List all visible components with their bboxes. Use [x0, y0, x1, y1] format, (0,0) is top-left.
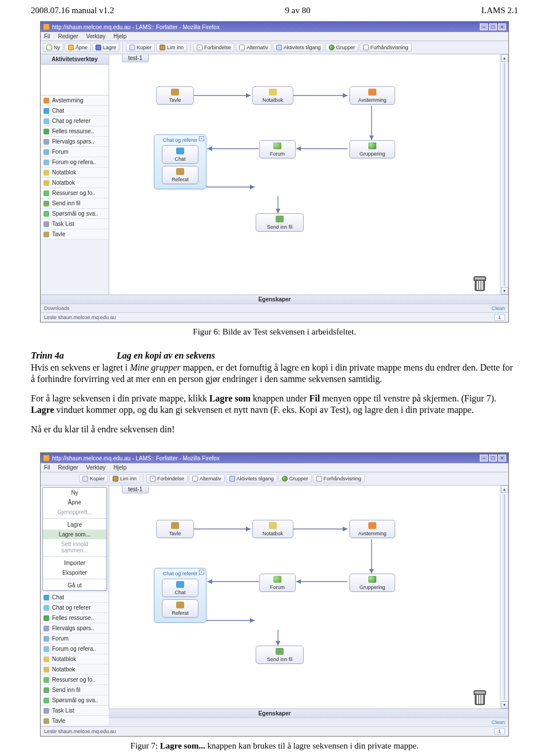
scroll-thumb[interactable]: [504, 63, 505, 286]
sidebar-item-felles[interactable]: Felles ressurse..: [41, 126, 109, 137]
tb-alternativ-button[interactable]: Alternativ: [236, 43, 272, 52]
sidebar-item-tavle[interactable]: Tavle: [41, 229, 109, 240]
node-chat-referer[interactable]: + Chat og referer Chat Referat: [154, 568, 206, 623]
tb-kopier-button[interactable]: Kopier: [126, 43, 155, 52]
sidebar-item-forum[interactable]: Forum: [41, 634, 109, 644]
sequence-tab[interactable]: test-1: [122, 54, 149, 62]
menu-item-lagre[interactable]: Lagre: [43, 520, 106, 530]
node-gruppering[interactable]: Gruppering: [349, 574, 395, 592]
sidebar-item-chatref[interactable]: Chat og referer: [41, 116, 109, 126]
tb-apne-button[interactable]: Åpne: [65, 43, 91, 52]
sidebar-item-sendfil[interactable]: Send inn fil: [41, 198, 109, 209]
tb-tilgang-button[interactable]: Aktivitets tilgang: [273, 43, 324, 52]
node-chat[interactable]: Chat: [162, 145, 198, 164]
menu-item-importer[interactable]: Importer: [43, 558, 106, 568]
sidebar-item-forum[interactable]: Forum: [41, 147, 109, 157]
vertical-scrollbar[interactable]: ▴ ▾: [500, 486, 508, 709]
sidebar-item-felles[interactable]: Felles ressurse..: [41, 613, 109, 623]
expand-icon[interactable]: +: [199, 136, 204, 141]
trash-icon[interactable]: [474, 690, 486, 705]
sidebar-item-tavle[interactable]: Tavle: [41, 716, 109, 726]
menu-item-gaut[interactable]: Gå ut: [43, 580, 106, 590]
scroll-down-icon[interactable]: ▾: [501, 701, 508, 709]
node-tavle[interactable]: Tavle: [156, 520, 194, 538]
tb-tilgang-button[interactable]: Aktivitets tilgang: [226, 474, 277, 483]
tb-grupper-button[interactable]: Grupper: [279, 474, 312, 483]
menu-item-sett[interactable]: Sett innold sammen...: [43, 539, 106, 555]
node-chat-referer[interactable]: + Chat og referer Chat Referat: [154, 134, 206, 189]
sidebar-item-chat[interactable]: Chat: [41, 106, 109, 116]
tb-lim-button[interactable]: Lim inn: [109, 474, 140, 483]
menu-item-lagre-som[interactable]: Lagre som...: [43, 530, 106, 539]
tb-forbindelse-button[interactable]: Forbindelse: [146, 474, 188, 483]
menu-rediger[interactable]: Rediger: [58, 33, 78, 39]
maximize-button[interactable]: □: [489, 23, 497, 30]
close-button[interactable]: ×: [498, 455, 506, 461]
close-button[interactable]: ×: [498, 23, 506, 30]
node-sendfil[interactable]: Send inn fil: [256, 646, 304, 664]
tb-forbindelse-button[interactable]: Forbindelse: [193, 43, 234, 52]
sidebar-item-chatref[interactable]: Chat og referer: [41, 603, 109, 613]
node-forum[interactable]: Forum: [259, 574, 296, 592]
sidebar-item-flervalg[interactable]: Flervalgs spørs..: [41, 137, 109, 147]
sidebar-item-forumref[interactable]: Forum og refera..: [41, 644, 109, 654]
properties-bar[interactable]: Egenskaper: [41, 295, 508, 304]
sidebar-item-flervalg[interactable]: Flervalgs spørs..: [41, 623, 109, 634]
menu-item-gjenopprett[interactable]: Gjenopprett...: [43, 507, 106, 517]
tb-lim-button[interactable]: Lim inn: [156, 43, 187, 52]
node-referat[interactable]: Referat: [162, 599, 198, 618]
tb-grupper-button[interactable]: Grupper: [325, 43, 359, 52]
node-notatbok[interactable]: Notatbok: [252, 86, 293, 105]
sidebar-item-sporsmal[interactable]: Spørsmål og sva..: [41, 209, 109, 219]
node-referat[interactable]: Referat: [162, 166, 198, 184]
menu-fil[interactable]: Fil: [44, 464, 50, 471]
sidebar-item-notatblok[interactable]: Notatblok: [41, 168, 109, 178]
menu-hjelp[interactable]: Hjelp: [114, 464, 127, 471]
node-tavle[interactable]: Tavle: [156, 86, 194, 105]
sidebar-item-ressurser[interactable]: Ressurser og fo..: [41, 188, 109, 198]
sidebar-item-notatblok[interactable]: Notatblok: [41, 654, 109, 665]
maximize-button[interactable]: □: [489, 455, 497, 461]
sidebar-item-avstemming[interactable]: Avstemming: [41, 96, 109, 106]
minimize-button[interactable]: –: [480, 23, 488, 30]
scroll-thumb[interactable]: [504, 494, 505, 700]
menu-hjelp[interactable]: Hjelp: [114, 33, 127, 39]
scroll-up-icon[interactable]: ▴: [501, 54, 508, 62]
minimize-button[interactable]: –: [480, 455, 488, 461]
sequence-tab[interactable]: test-1: [122, 486, 149, 494]
clean-link[interactable]: Clean: [491, 719, 505, 725]
node-avstemming[interactable]: Avstemming: [349, 520, 395, 538]
menu-fil[interactable]: Fil: [44, 33, 50, 39]
canvas[interactable]: test-1: [109, 54, 500, 295]
sidebar-item-sendfil[interactable]: Send inn fil: [41, 685, 109, 695]
tb-forhand-button[interactable]: Forhåndsvisning: [313, 474, 365, 483]
menu-item-apne[interactable]: Åpne: [43, 498, 106, 507]
node-forum[interactable]: Forum: [259, 140, 296, 158]
clean-link[interactable]: Clean: [491, 305, 505, 311]
sidebar-item-tasklist[interactable]: Task List: [41, 219, 109, 229]
scroll-down-icon[interactable]: ▾: [501, 287, 508, 295]
sidebar-item-tasklist[interactable]: Task List: [41, 706, 109, 716]
sidebar-item-forumref[interactable]: Forum og refera..: [41, 157, 109, 168]
menu-item-ny[interactable]: Ny: [43, 488, 106, 498]
menu-rediger[interactable]: Rediger: [58, 464, 78, 471]
tb-forhand-button[interactable]: Forhåndsvisning: [360, 43, 412, 52]
sidebar-item-chat[interactable]: Chat: [41, 592, 109, 603]
node-sendfil[interactable]: Send inn fil: [256, 213, 304, 232]
sidebar-item-ressurser[interactable]: Ressurser og fo..: [41, 675, 109, 685]
sidebar-item-notatbok[interactable]: Notatbok: [41, 665, 109, 675]
trash-icon[interactable]: [474, 276, 486, 291]
canvas[interactable]: test-1: [109, 486, 500, 709]
properties-bar[interactable]: Egenskaper: [41, 709, 508, 718]
node-gruppering[interactable]: Gruppering: [349, 140, 395, 158]
scroll-up-icon[interactable]: ▴: [501, 486, 508, 493]
menu-item-eksporter[interactable]: Eksporter: [43, 568, 106, 578]
sidebar-item-notatbok[interactable]: Notatbok: [41, 178, 109, 188]
tb-ny-button[interactable]: Ny: [43, 43, 63, 52]
tb-alternativ-button[interactable]: Alternativ: [189, 474, 225, 483]
menu-verktoy[interactable]: Verktøy: [86, 464, 106, 471]
node-notatbok[interactable]: Notatbok: [252, 520, 293, 538]
tb-lagre-button[interactable]: Lagre: [92, 43, 120, 52]
tb-kopier-button[interactable]: Kopier: [79, 474, 108, 483]
expand-icon[interactable]: +: [199, 570, 204, 575]
